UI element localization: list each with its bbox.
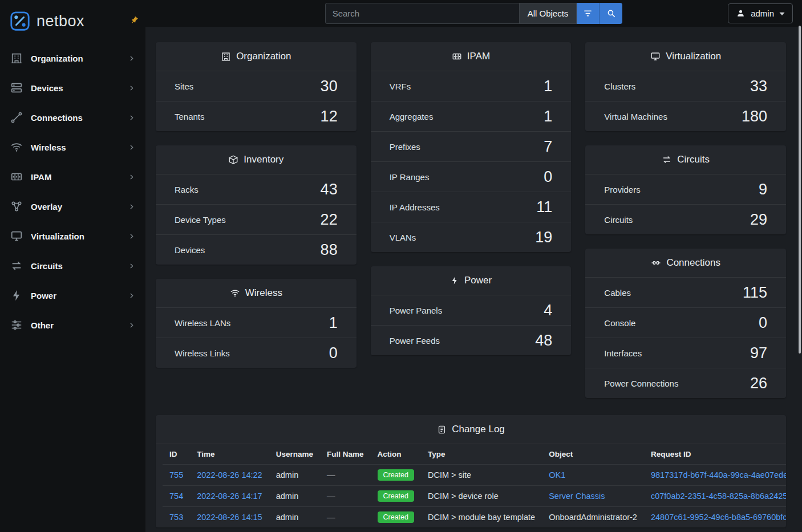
chevron-right-icon (128, 173, 135, 181)
stat-row: Tenants 12 (156, 101, 357, 131)
card-header: Change Log (156, 415, 786, 444)
brand-name: netbox (37, 13, 84, 30)
card-column-2: IPAM VRFs 1 Aggregates 1 Prefixes 7 (371, 42, 572, 355)
sidebar-item-power[interactable]: Power (0, 281, 145, 310)
column-header-time: Time (190, 444, 269, 465)
stat-value: 9 (759, 181, 767, 198)
card-column-3: Virtualization Clusters 33 Virtual Machi… (585, 42, 786, 398)
filter-button[interactable] (577, 3, 600, 24)
request-id-link[interactable]: 9817317d-b67f-440a-99ca-4ae07ede94df (651, 470, 786, 480)
stat-value: 30 (321, 78, 338, 95)
sidebar-item-label: Connections (31, 113, 83, 123)
change-time-link[interactable]: 2022-08-26 14:22 (197, 470, 262, 480)
request-id-link[interactable]: c07f0ab2-2351-4c58-825a-8b6a2425a1ab (651, 492, 786, 501)
change-full-name: — (320, 507, 371, 528)
history-icon (437, 425, 447, 434)
stat-label: Power Panels (390, 306, 443, 315)
request-id-link[interactable]: 24807c61-9952-49c6-b8a5-69760bfcc4b3 (651, 513, 786, 522)
lightning-icon (10, 289, 23, 302)
main-area: All Objects admin (145, 0, 802, 532)
column-header-full-name: Full Name (320, 444, 371, 465)
change-id-link[interactable]: 754 (169, 492, 183, 501)
change-id-link[interactable]: 755 (169, 470, 183, 480)
chevron-right-icon (128, 203, 135, 210)
changelog-table-wrap: ID Time Username Full Name Action Type O… (156, 444, 786, 527)
stat-value: 29 (750, 211, 767, 228)
stat-row: Racks 43 (156, 174, 357, 204)
change-object-link[interactable]: OK1 (549, 470, 565, 480)
stat-label: Cables (604, 288, 631, 298)
change-full-name: — (320, 486, 371, 507)
stat-label: Interfaces (604, 348, 642, 358)
sidebar-item-label: Overlay (31, 202, 62, 212)
chevron-right-icon (128, 84, 135, 92)
search-icon (606, 9, 616, 18)
stat-value: 26 (750, 375, 767, 392)
column-header-request-id: Request ID (644, 444, 786, 465)
stat-value: 33 (750, 78, 767, 95)
sidebar: netbox Organization Devices (0, 0, 145, 532)
search-input[interactable] (325, 3, 519, 24)
monitor-icon (10, 230, 23, 242)
sidebar-item-virtualization[interactable]: Virtualization (0, 221, 145, 251)
column-header-object: Object (542, 444, 644, 465)
change-time-link[interactable]: 2022-08-26 14:15 (197, 513, 262, 522)
card-title: Wireless (245, 287, 282, 299)
sidebar-item-ipam[interactable]: IPAM (0, 162, 145, 192)
monitor-icon (650, 51, 661, 62)
search-scope-dropdown[interactable]: All Objects (519, 3, 577, 24)
sidebar-item-connections[interactable]: Connections (0, 103, 145, 132)
table-row: 755 2022-08-26 14:22 admin — Created DCI… (163, 465, 786, 486)
stat-value: 180 (742, 108, 767, 125)
stat-label: IP Ranges (390, 172, 430, 182)
chevron-right-icon (128, 322, 135, 329)
change-username: admin (269, 486, 320, 507)
sidebar-item-overlay[interactable]: Overlay (0, 192, 145, 221)
user-menu-button[interactable]: admin (728, 3, 793, 23)
person-icon (736, 9, 746, 18)
stat-value: 0 (759, 314, 767, 331)
pin-sidebar-icon[interactable] (128, 14, 140, 26)
change-time-link[interactable]: 2022-08-26 14:17 (197, 492, 262, 501)
scrollbar-thumb[interactable] (799, 26, 801, 354)
power-card: Power Power Panels 4 Power Feeds 48 (371, 266, 572, 355)
counter-icon (452, 51, 462, 62)
search-submit-button[interactable] (600, 3, 622, 24)
stat-row: Providers 9 (585, 174, 786, 204)
box-icon (228, 155, 238, 165)
card-title: Circuits (677, 154, 710, 165)
card-header: Inventory (156, 145, 357, 174)
stat-row: Virtual Machines 180 (585, 101, 786, 131)
ipam-card: IPAM VRFs 1 Aggregates 1 Prefixes 7 (371, 42, 572, 252)
sidebar-item-label: Organization (31, 54, 83, 63)
connections-card: Connections Cables 115 Console 0 Interfa… (585, 249, 786, 398)
netbox-logo[interactable]: netbox (9, 10, 84, 32)
building-icon (221, 51, 231, 62)
sidebar-item-label: IPAM (31, 172, 51, 182)
sidebar-nav: Organization Devices Connections (0, 43, 145, 340)
search-group: All Objects (325, 3, 623, 24)
dashboard-content: Organization Sites 30 Tenants 12 (145, 27, 802, 532)
stat-label: IP Addresses (390, 202, 440, 212)
stat-label: Devices (175, 245, 205, 255)
sidebar-item-wireless[interactable]: Wireless (0, 132, 145, 162)
stat-label: Sites (175, 82, 193, 91)
chevron-right-icon (128, 114, 135, 121)
chevron-right-icon (128, 262, 135, 270)
brand-row: netbox (0, 0, 145, 41)
change-object-link[interactable]: Server Chassis (549, 492, 605, 501)
stat-label: VLANs (390, 233, 416, 242)
swap-arrows-icon (10, 259, 23, 272)
change-id-link[interactable]: 753 (169, 513, 183, 522)
caret-down-icon (779, 11, 785, 17)
card-title: Power (464, 275, 492, 286)
chevron-right-icon (128, 144, 135, 151)
sidebar-item-other[interactable]: Other (0, 310, 145, 340)
stat-row: Device Types 22 (156, 204, 357, 234)
sidebar-item-circuits[interactable]: Circuits (0, 251, 145, 281)
tune-icon (10, 319, 23, 331)
sidebar-item-devices[interactable]: Devices (0, 73, 145, 103)
stat-value: 115 (743, 284, 767, 301)
card-title: Virtualization (666, 51, 721, 62)
sidebar-item-organization[interactable]: Organization (0, 43, 145, 73)
